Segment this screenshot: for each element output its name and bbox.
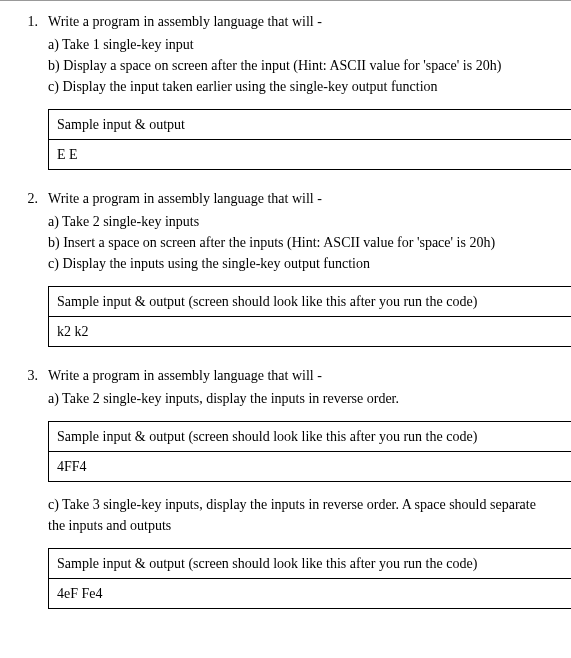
question-body: Write a program in assembly language tha… <box>48 365 551 409</box>
question-body: Write a program in assembly language tha… <box>48 11 551 97</box>
question-intro: Write a program in assembly language tha… <box>48 188 551 209</box>
question-header: 3. Write a program in assembly language … <box>20 365 551 409</box>
question-3: 3. Write a program in assembly language … <box>20 365 551 609</box>
question-number: 3. <box>20 365 48 386</box>
sample-table-3c: Sample input & output (screen should loo… <box>48 548 571 609</box>
sample-table-2: Sample input & output (screen should loo… <box>48 286 571 347</box>
sample-header: Sample input & output (screen should loo… <box>49 549 572 579</box>
sample-value: k2 k2 <box>49 317 572 347</box>
question-number: 1. <box>20 11 48 32</box>
sample-header: Sample input & output <box>49 110 572 140</box>
sub-item-c: c) Display the input taken earlier using… <box>48 76 551 97</box>
sub-item-b: b) Insert a space on screen after the in… <box>48 232 551 253</box>
sub-item-b: b) Display a space on screen after the i… <box>48 55 551 76</box>
sample-header: Sample input & output (screen should loo… <box>49 287 572 317</box>
sub-item-a: a) Take 2 single-key inputs, display the… <box>48 388 551 409</box>
question-intro: Write a program in assembly language tha… <box>48 11 551 32</box>
followup-text: c) Take 3 single-key inputs, display the… <box>48 494 551 536</box>
question-header: 1. Write a program in assembly language … <box>20 11 551 97</box>
sub-item-a: a) Take 2 single-key inputs <box>48 211 551 232</box>
question-number: 2. <box>20 188 48 209</box>
question-intro: Write a program in assembly language tha… <box>48 365 551 386</box>
question-body: Write a program in assembly language tha… <box>48 188 551 274</box>
question-header: 2. Write a program in assembly language … <box>20 188 551 274</box>
sample-table-1: Sample input & output E E <box>48 109 571 170</box>
sub-item-c: c) Display the inputs using the single-k… <box>48 253 551 274</box>
sample-table-3a: Sample input & output (screen should loo… <box>48 421 571 482</box>
sub-item-a: a) Take 1 single-key input <box>48 34 551 55</box>
sample-value: 4eF Fe4 <box>49 579 572 609</box>
sample-value: 4FF4 <box>49 452 572 482</box>
sample-header: Sample input & output (screen should loo… <box>49 422 572 452</box>
question-2: 2. Write a program in assembly language … <box>20 188 551 347</box>
question-1: 1. Write a program in assembly language … <box>20 11 551 170</box>
sample-value: E E <box>49 140 572 170</box>
